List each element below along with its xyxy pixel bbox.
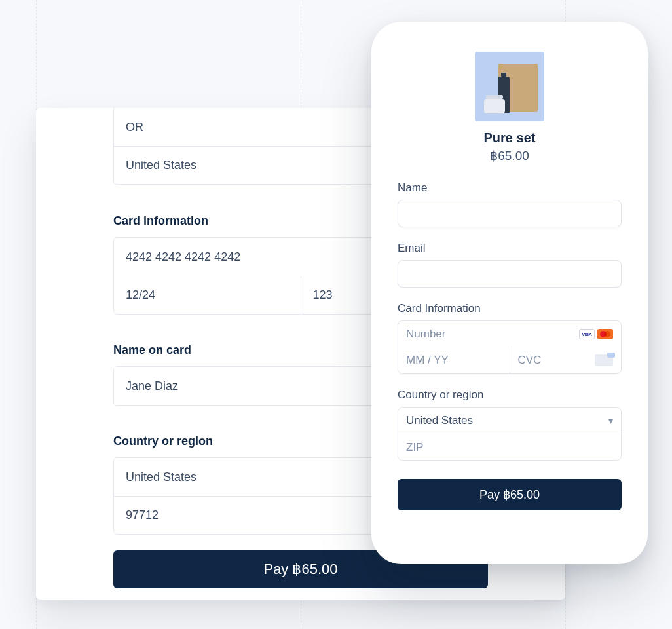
product-price: ฿65.00 [398,148,622,163]
phone-pay-button[interactable]: Pay ฿65.00 [398,479,622,510]
desktop-card-expiry-input[interactable]: 12/24 [114,276,301,314]
phone-card-expiry-placeholder: MM / YY [406,354,502,367]
cvc-card-icon [595,354,613,366]
phone-region-label: Country or region [398,389,622,402]
card-brand-icons: VISA [579,329,613,339]
phone-region-zip-input[interactable]: ZIP [398,434,621,460]
phone-card-expiry-input[interactable]: MM / YY [398,347,510,373]
product-name: Pure set [398,130,622,145]
phone-card-cvc-placeholder: CVC [518,354,595,367]
chevron-down-icon: ▾ [608,415,613,426]
phone-card-label: Card Information [398,302,622,315]
phone-region-country-value: United States [406,414,473,427]
phone-card-number-input[interactable]: Number VISA [398,321,621,347]
phone-card-cvc-input[interactable]: CVC [510,347,622,373]
phone-email-label: Email [398,242,622,255]
phone-region-country-select[interactable]: United States ▾ [398,408,621,434]
phone-card-number-placeholder: Number [406,328,579,341]
phone-name-input[interactable] [398,200,622,227]
phone-region-zip-placeholder: ZIP [406,441,423,454]
phone-region-stack: United States ▾ ZIP [398,407,622,461]
phone-checkout-card: Pure set ฿65.00 Name Email Card Informat… [371,22,648,564]
visa-icon: VISA [579,329,595,339]
mastercard-icon [597,329,613,339]
phone-name-label: Name [398,181,622,195]
phone-card-stack: Number VISA MM / YY CVC [398,320,622,374]
product-image [475,52,544,121]
phone-email-input[interactable] [398,260,622,288]
